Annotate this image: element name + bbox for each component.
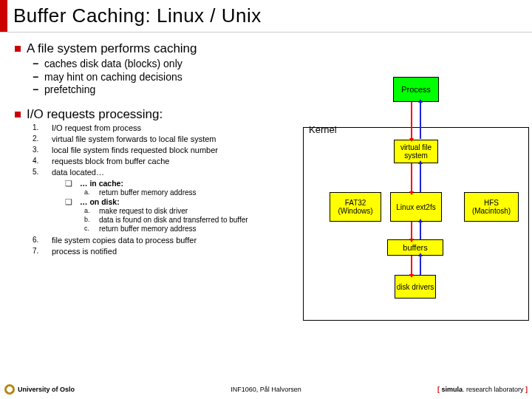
vfs-box: virtual file system (394, 140, 438, 163)
bullet-icon (15, 112, 21, 117)
bullet-1: A file system performs caching (15, 41, 525, 56)
fs-hfs-box: HFS (Macintosh) (464, 192, 519, 222)
fs-ext2-box: Linux ext2fs (390, 192, 442, 222)
slide-title: Buffer Caching: Linux / Unix (7, 0, 262, 32)
kernel-diagram: Process Kernel virtual file system FAT32… (303, 77, 529, 321)
footer: University of Oslo INF1060, Pål Halvorse… (4, 384, 528, 395)
bullet-1-text: A file system performs caching (27, 41, 197, 56)
disk-drivers-box: disk drivers (395, 275, 436, 299)
bullet-icon (15, 46, 21, 52)
arrow-icon (411, 222, 412, 239)
title-bar: Buffer Caching: Linux / Unix (0, 0, 532, 33)
bullet-2-text: I/O requests processing: (27, 107, 163, 122)
footer-right: [ simula. research laboratory ] (437, 386, 528, 393)
slide-content: A file system performs caching −caches d… (0, 33, 532, 256)
arrow-icon (411, 256, 412, 275)
fs-fat32-box: FAT32 (Windows) (330, 192, 381, 222)
arrow-icon (420, 102, 421, 139)
footer-center: INF1060, Pål Halvorsen (231, 386, 301, 393)
crest-icon (4, 384, 15, 395)
arrow-icon (411, 163, 412, 192)
arrow-icon (411, 102, 412, 139)
process-box: Process (393, 77, 439, 102)
buffers-box: buffers (387, 239, 443, 256)
accent-bar (0, 0, 7, 32)
arrow-icon (420, 256, 421, 275)
footer-left: University of Oslo (4, 384, 75, 395)
arrow-icon (420, 163, 421, 192)
arrow-icon (420, 222, 421, 239)
